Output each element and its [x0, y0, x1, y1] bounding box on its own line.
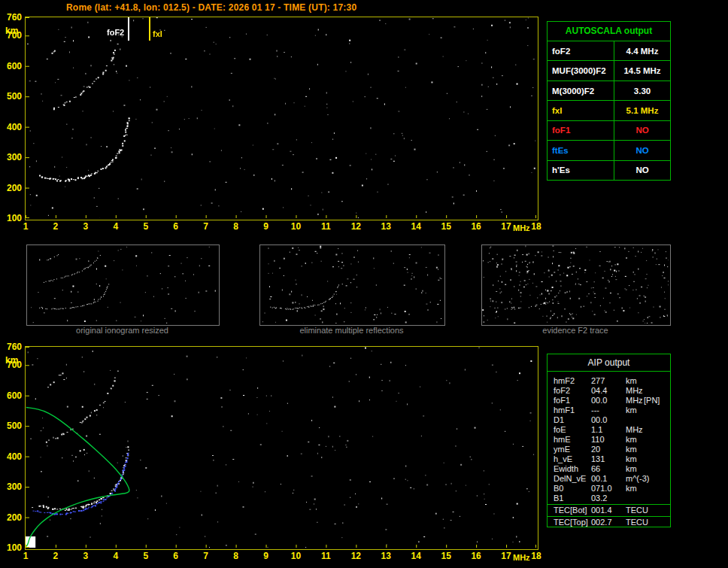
aip-value-Ewidth: 66 [591, 464, 600, 474]
x-axis-label-bottom-10: 10 [291, 551, 301, 561]
aip-value-B1: 03.2 [591, 494, 607, 503]
aip-unit-DelN_vE: m^(-3) [626, 474, 649, 484]
y-axis-label-bottom-500: 500 [0, 421, 22, 431]
aip-param-foE: foE [554, 425, 566, 435]
y-axis-label-top-400: 400 [0, 122, 22, 132]
y-axis-label-top-500: 500 [0, 91, 22, 102]
aip-param-h_vE: h_vE [554, 454, 572, 464]
y-axis-label-bottom-300: 300 [0, 481, 22, 492]
autoscala-param-foF2: foF2 [548, 41, 614, 60]
aip-unit-foE: MHz [626, 425, 643, 435]
x-axis-unit-top: MHz [513, 223, 530, 232]
x-axis-label-top-14: 14 [411, 221, 421, 232]
aip-row-h_vE: h_vE131km [548, 454, 670, 464]
aip-table-title: AIP output [548, 354, 670, 372]
aip-row-B1: B103.2 [548, 494, 670, 503]
x-axis-label-bottom-11: 11 [321, 551, 331, 561]
aip-unit-foF1: MHz [626, 396, 643, 405]
y-axis-label-top-100: 100 [0, 213, 22, 223]
x-axis-label-bottom-1: 1 [23, 551, 29, 561]
x-axis-label-top-1: 1 [23, 221, 29, 232]
x-axis-label-top-2: 2 [53, 221, 59, 232]
aip-unit-Ewidth: km [626, 464, 637, 474]
autoscala-row-h'Es: h'EsNO [548, 161, 670, 180]
y-axis-unit-top: km [5, 26, 18, 36]
autoscala-value-h'Es: NO [614, 161, 670, 180]
station-title: Rome (lat: +41.8, lon: 012.5) - DATE: 20… [66, 2, 356, 13]
aip-value-h_vE: 131 [591, 454, 605, 464]
aip-param-hmE: hmE [554, 435, 571, 445]
autoscala-table-title: AUTOSCALA output [548, 22, 670, 41]
aip-value-foF1: 00.0 [591, 396, 607, 405]
x-axis-label-bottom-8: 8 [233, 551, 238, 561]
y-axis-label-top-200: 200 [0, 183, 22, 193]
autoscala-param-h'Es: h'Es [548, 161, 614, 180]
autoscala-value-foF1: NO [614, 121, 670, 140]
thumbnail-caption-evidence: evidence F2 trace [481, 326, 669, 335]
autoscala-row-M(3000)F2: M(3000)F23.30 [548, 81, 670, 101]
autoscala-output-table: AUTOSCALA output foF24.4 MHzMUF(3000)F21… [547, 21, 671, 181]
x-axis-label-bottom-15: 15 [441, 551, 450, 561]
autoscala-value-MUF(3000)F2: 14.5 MHz [614, 61, 670, 80]
aip-row-D1: D100.0 [548, 415, 670, 425]
x-axis-label-bottom-17: 17 [501, 551, 511, 561]
aip-unit-hmF2: km [626, 376, 637, 386]
aip-unit-TEC[Top]: TECU [626, 518, 648, 527]
aip-value-foE: 1.1 [591, 425, 602, 435]
y-axis-label-bottom-100: 100 [0, 542, 22, 553]
aip-value-hmF2: 277 [591, 376, 605, 386]
x-axis-label-top-6: 6 [173, 221, 178, 232]
autoscala-row-fxI: fxI5.1 MHz [548, 101, 670, 120]
aip-unit-h_vE: km [626, 454, 637, 464]
aip-value-hmF1: --- [591, 405, 599, 415]
x-axis-label-top-15: 15 [441, 221, 450, 232]
aip-param-ymE: ymE [554, 445, 570, 454]
autoscala-row-foF1: foF1NO [548, 121, 670, 141]
aip-param-foF2: foF2 [554, 386, 570, 396]
aip-unit-B0: km [626, 484, 637, 494]
thumbnail-evidence-f2-canvas [482, 245, 669, 323]
x-axis-label-bottom-6: 6 [173, 551, 178, 561]
autoscala-value-M(3000)F2: 3.30 [614, 81, 670, 100]
aip-param-B0: B0 [554, 484, 563, 494]
aip-row-hmF2: hmF2277km [548, 376, 670, 386]
aip-value-TEC[Top]: 002.7 [591, 518, 612, 527]
x-axis-label-bottom-14: 14 [411, 551, 421, 561]
aip-value-hmE: 110 [591, 435, 605, 445]
x-axis-label-top-8: 8 [233, 221, 238, 232]
aip-row-foF1: foF100.0MHz[PN] [548, 396, 670, 405]
aip-param-foF1: foF1 [554, 396, 570, 405]
aip-param-TEC[Bot]: TEC[Bot] [554, 506, 587, 515]
autoscala-value-foF2: 4.4 MHz [614, 41, 670, 60]
y-axis-label-bottom-760: 760 [0, 342, 22, 352]
aip-param-hmF1: hmF1 [554, 405, 575, 415]
aip-param-Ewidth: Ewidth [554, 464, 578, 474]
x-axis-label-bottom-16: 16 [471, 551, 481, 561]
autoscala-app-window: Rome (lat: +41.8, lon: 012.5) - DATE: 20… [0, 0, 728, 568]
autoscala-param-ftEs: ftEs [548, 141, 614, 159]
marker-line-foF2 [128, 17, 129, 41]
y-axis-label-bottom-600: 600 [0, 390, 22, 401]
autoscala-value-ftEs: NO [614, 141, 670, 159]
x-axis-label-top-7: 7 [203, 221, 208, 232]
thumbnail-evidence-f2 [481, 245, 671, 326]
x-axis-label-top-5: 5 [143, 221, 148, 232]
aip-unit-foF2: MHz [626, 386, 643, 396]
aip-unit-hmF1: km [626, 405, 637, 415]
aip-value-D1: 00.0 [591, 415, 607, 425]
x-axis-label-bottom-2: 2 [53, 551, 59, 561]
autoscala-row-foF2: foF24.4 MHz [548, 41, 670, 61]
aip-row-DelN_vE: DelN_vE00.1m^(-3) [548, 474, 670, 484]
x-axis-label-top-12: 12 [351, 221, 361, 232]
marker-line-fxI [149, 17, 150, 41]
aip-value-ymE: 20 [591, 445, 600, 454]
thumbnail-eliminate-reflections [259, 245, 445, 326]
x-axis-label-bottom-9: 9 [263, 551, 268, 561]
aip-separator [548, 504, 670, 505]
autoscala-param-fxI: fxI [548, 101, 614, 120]
aip-separator [548, 516, 670, 517]
aip-unit-ymE: km [626, 445, 637, 454]
x-axis-label-top-16: 16 [471, 221, 481, 232]
y-axis-label-top-300: 300 [0, 152, 22, 163]
autoscala-param-MUF(3000)F2: MUF(3000)F2 [548, 61, 614, 80]
